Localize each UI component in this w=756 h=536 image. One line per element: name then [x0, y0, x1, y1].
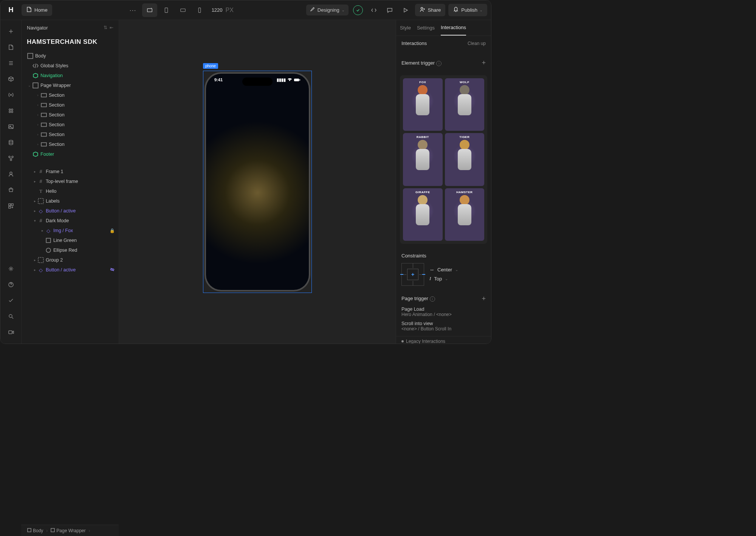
publish-button[interactable]: Publish ⌄	[448, 4, 487, 16]
chevron-right-icon[interactable]: ▸	[32, 199, 37, 203]
tree-section[interactable]: ›Section	[22, 139, 119, 149]
tree-frame1[interactable]: ▸#Frame 1	[22, 167, 119, 177]
tree-section[interactable]: ›Section	[22, 90, 119, 100]
trigger-tiger[interactable]: TIGER	[445, 133, 485, 186]
tree-labels[interactable]: ▸Labels	[22, 196, 119, 206]
lock-icon[interactable]: 🔒	[110, 228, 115, 233]
tree-navigation[interactable]: Navigation	[22, 71, 119, 81]
trigger-wolf[interactable]: WOLF	[445, 78, 485, 131]
chevron-right-icon[interactable]: ›	[35, 113, 40, 117]
tree-ellipse-red[interactable]: Ellipse Red	[22, 245, 119, 255]
tab-interactions[interactable]: Interactions	[441, 25, 466, 36]
trigger-rabbit[interactable]: RABBIT	[403, 133, 443, 186]
tree-global-styles[interactable]: Global Styles	[22, 61, 119, 71]
home-button[interactable]: Home	[22, 4, 52, 16]
video-button[interactable]	[3, 325, 19, 340]
tab-settings[interactable]: Settings	[417, 25, 435, 35]
chevron-right-icon[interactable]: ▸	[40, 229, 45, 232]
search-button[interactable]	[3, 309, 19, 324]
add-button[interactable]	[3, 24, 19, 39]
status-check[interactable]	[352, 4, 364, 17]
tree-img-fox[interactable]: ▸◇Img / Fox🔒	[22, 226, 119, 235]
assets-button[interactable]	[3, 119, 19, 134]
tree-section[interactable]: ›Section	[22, 100, 119, 110]
styles-button[interactable]	[3, 103, 19, 118]
code-button[interactable]	[367, 4, 380, 17]
users-button[interactable]	[3, 167, 19, 182]
canvas[interactable]: phone 9:41 ▮▮▮▮	[119, 20, 396, 344]
chevron-right-icon[interactable]: ▸	[32, 258, 37, 262]
tree-section[interactable]: ›Section	[22, 120, 119, 130]
components-button[interactable]	[3, 71, 19, 87]
device-landscape-button[interactable]	[175, 3, 191, 17]
triggers-card: FOXWOLFRABBITTIGERGIRAFFEHAMSTER	[400, 75, 487, 244]
chevron-right-icon[interactable]: ▸	[32, 170, 37, 174]
trigger-hamster[interactable]: HAMSTER	[445, 188, 485, 241]
pages-button[interactable]	[3, 40, 19, 55]
chevron-down-icon[interactable]: ⌄	[27, 84, 32, 87]
tree-body[interactable]: Body	[22, 51, 119, 61]
tree-hello[interactable]: THello	[22, 186, 119, 196]
code-icon	[32, 63, 39, 69]
legacy-interactions[interactable]: Legacy Interactions	[396, 336, 491, 344]
constraints-control[interactable]: +	[401, 263, 424, 286]
scroll-into-view-label[interactable]: Scroll into view	[401, 321, 486, 326]
play-button[interactable]	[399, 4, 412, 17]
audit-button[interactable]	[3, 293, 19, 308]
tree-section[interactable]: ›Section	[22, 130, 119, 139]
trigger-giraffe[interactable]: GIRAFFE	[403, 188, 443, 241]
apps-button[interactable]	[3, 198, 19, 214]
mode-dropdown[interactable]: Designing ⌄	[306, 5, 349, 15]
variables-button[interactable]	[3, 87, 19, 102]
chevron-right-icon[interactable]: ›	[35, 123, 40, 127]
settings-button[interactable]	[3, 261, 19, 276]
chevron-down-icon[interactable]: ▾	[32, 219, 37, 223]
viewport-width[interactable]: 1220	[212, 7, 223, 13]
tree-line-green[interactable]: Line Green	[22, 235, 119, 245]
layers-button[interactable]	[3, 56, 19, 71]
logic-button[interactable]	[3, 151, 19, 166]
help-button[interactable]	[3, 277, 19, 292]
cms-button[interactable]	[3, 135, 19, 150]
info-icon[interactable]: i	[436, 61, 442, 66]
add-page-trigger[interactable]: +	[482, 295, 486, 303]
ecommerce-button[interactable]	[3, 183, 19, 198]
chevron-right-icon[interactable]: ›	[35, 143, 40, 146]
device-auto-button[interactable]	[142, 3, 157, 17]
device-tablet-button[interactable]	[159, 3, 174, 17]
tree-section[interactable]: ›Section	[22, 110, 119, 120]
constraint-horizontal[interactable]: ↔ Center ⌄	[429, 265, 486, 274]
tree-button-active[interactable]: ▸◇Button / active	[22, 206, 119, 216]
constraint-vertical[interactable]: I Top ⌄	[429, 274, 486, 283]
tree-dark-mode[interactable]: ▾#Dark Mode	[22, 216, 119, 226]
phone-frame[interactable]: 9:41 ▮▮▮▮	[204, 72, 310, 291]
hidden-icon[interactable]	[110, 267, 115, 273]
tree-group2[interactable]: ▸Group 2	[22, 255, 119, 265]
chevron-right-icon[interactable]: ›	[35, 133, 40, 136]
app-logo[interactable]: H	[4, 3, 18, 17]
trigger-title: GIRAFFE	[403, 191, 443, 194]
info-icon[interactable]: i	[430, 296, 435, 302]
add-element-trigger[interactable]: +	[482, 59, 486, 67]
tree-footer[interactable]: Footer	[22, 149, 119, 159]
chevron-right-icon[interactable]: ▸	[32, 268, 37, 272]
page-load-label[interactable]: Page Load	[401, 307, 486, 312]
comment-button[interactable]	[383, 4, 396, 17]
tree-top-level-frame[interactable]: ▸#Top-level frame	[22, 177, 119, 186]
device-mobile-button[interactable]	[192, 3, 207, 17]
more-button[interactable]: ⋯	[125, 6, 141, 14]
share-button[interactable]: Share	[415, 4, 446, 16]
chevron-right-icon[interactable]: ▸	[32, 180, 37, 183]
tree-button-active-2[interactable]: ▸◇Button / active	[22, 265, 119, 275]
tree-page-wrapper[interactable]: ⌄ Page Wrapper	[22, 81, 119, 90]
sort-icon[interactable]: ⇅	[104, 25, 107, 30]
group-icon	[37, 257, 44, 263]
cleanup-button[interactable]: Clean up	[468, 41, 486, 46]
trigger-fox[interactable]: FOX	[403, 78, 443, 131]
frame-icon: #	[37, 179, 44, 184]
chevron-right-icon[interactable]: ▸	[32, 209, 37, 213]
chevron-right-icon[interactable]: ›	[35, 103, 40, 107]
collapse-icon[interactable]: ⇤	[110, 25, 113, 30]
tab-style[interactable]: Style	[400, 25, 411, 35]
chevron-right-icon[interactable]: ›	[35, 93, 40, 97]
